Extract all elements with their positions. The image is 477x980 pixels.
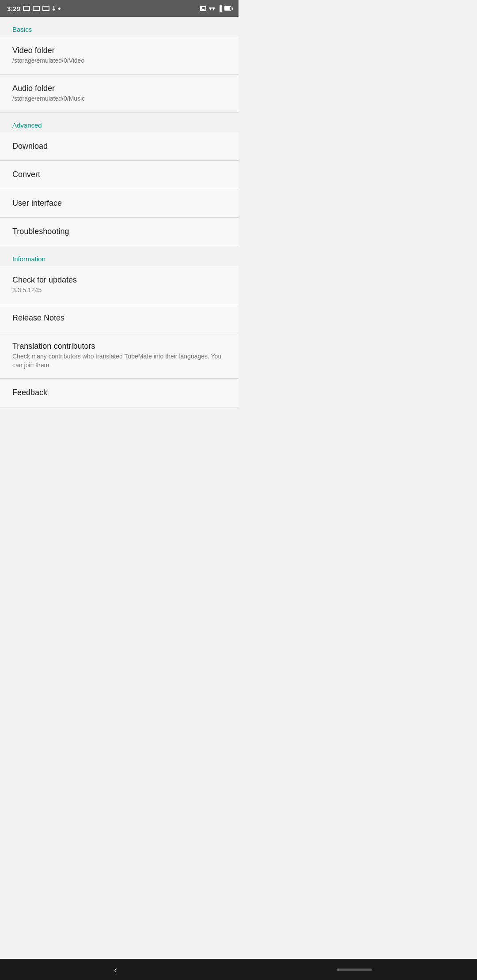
translation-contributors-item-subtitle: Check many contributors who translated T… bbox=[12, 352, 226, 369]
audio-folder-item[interactable]: Audio folder/storage/emulated/0/Music bbox=[0, 75, 238, 113]
translation-contributors-item-title: Translation contributors bbox=[12, 341, 226, 351]
check-updates-item-subtitle: 3.3.5.1245 bbox=[12, 286, 226, 295]
wifi-icon: ▾▾ bbox=[209, 5, 215, 12]
check-updates-item[interactable]: Check for updates3.3.5.1245 bbox=[0, 266, 238, 304]
status-bar-left: 3:29 bbox=[7, 5, 61, 12]
feedback-item[interactable]: Feedback bbox=[0, 379, 238, 407]
check-updates-item-title: Check for updates bbox=[12, 275, 226, 285]
audio-folder-item-subtitle: /storage/emulated/0/Music bbox=[12, 94, 226, 103]
troubleshooting-item[interactable]: Troubleshooting bbox=[0, 218, 238, 246]
convert-item-title: Convert bbox=[12, 170, 226, 180]
feedback-item-title: Feedback bbox=[12, 388, 226, 398]
translation-contributors-item[interactable]: Translation contributorsCheck many contr… bbox=[0, 332, 238, 379]
download-item[interactable]: Download bbox=[0, 132, 238, 161]
convert-item[interactable]: Convert bbox=[0, 161, 238, 189]
information-header: Information bbox=[0, 246, 238, 266]
release-notes-item[interactable]: Release Notes bbox=[0, 304, 238, 332]
status-bar: 3:29 ▾▾ ▐ bbox=[0, 0, 238, 17]
advanced-header: Advanced bbox=[0, 113, 238, 132]
status-bar-right: ▾▾ ▐ bbox=[200, 5, 231, 12]
basics-header: Basics bbox=[0, 17, 238, 37]
notification-icon-2 bbox=[33, 6, 40, 11]
user-interface-item[interactable]: User interface bbox=[0, 189, 238, 218]
download-item-title: Download bbox=[12, 141, 226, 151]
video-folder-item-subtitle: /storage/emulated/0/Video bbox=[12, 57, 226, 65]
video-folder-item[interactable]: Video folder/storage/emulated/0/Video bbox=[0, 37, 238, 75]
video-folder-item-title: Video folder bbox=[12, 45, 226, 56]
signal-icon: ▐ bbox=[218, 5, 222, 12]
audio-folder-item-title: Audio folder bbox=[12, 83, 226, 94]
notification-icon-1 bbox=[23, 6, 30, 11]
troubleshooting-item-title: Troubleshooting bbox=[12, 226, 226, 237]
battery-icon bbox=[224, 6, 231, 11]
notification-icon-3 bbox=[42, 6, 49, 11]
download-icon bbox=[52, 6, 56, 11]
dot-icon bbox=[58, 8, 61, 10]
release-notes-item-title: Release Notes bbox=[12, 313, 226, 323]
settings-content: BasicsVideo folder/storage/emulated/0/Vi… bbox=[0, 17, 238, 469]
status-time: 3:29 bbox=[7, 5, 20, 12]
user-interface-item-title: User interface bbox=[12, 198, 226, 208]
cast-icon bbox=[200, 6, 206, 11]
